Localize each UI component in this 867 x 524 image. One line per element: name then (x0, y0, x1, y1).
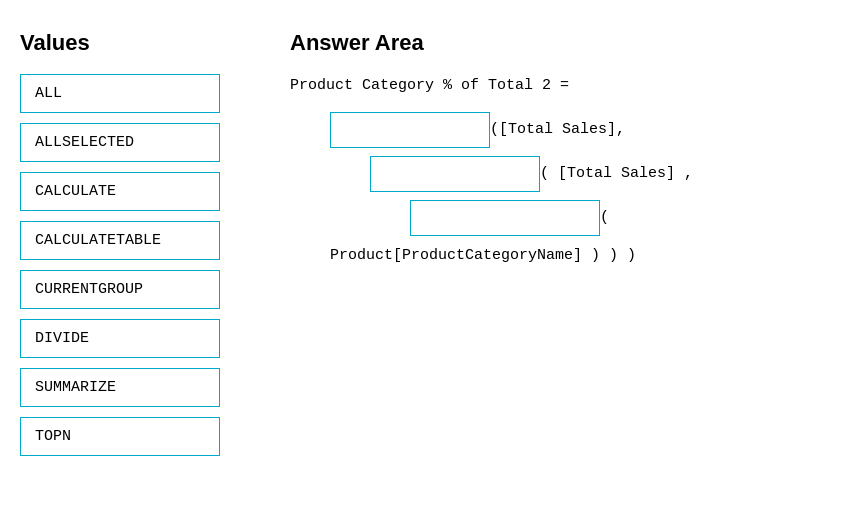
formula-line-1: Product Category % of Total 2 = (290, 74, 847, 98)
values-header: Values (20, 30, 250, 56)
value-item-divide[interactable]: DIVIDE (20, 319, 220, 358)
formula-area: Product Category % of Total 2 = ([Total … (290, 74, 847, 268)
drop-box-1[interactable] (330, 112, 490, 148)
drop-box-3[interactable] (410, 200, 600, 236)
value-item-currentgroup[interactable]: CURRENTGROUP (20, 270, 220, 309)
values-column: Values ALL ALLSELECTED CALCULATE CALCULA… (20, 20, 250, 504)
formula-suffix-1: ([Total Sales], (490, 118, 625, 142)
answer-header: Answer Area (290, 30, 847, 56)
formula-suffix-2: ( [Total Sales] , (540, 162, 693, 186)
value-item-summarize[interactable]: SUMMARIZE (20, 368, 220, 407)
answer-column: Answer Area Product Category % of Total … (250, 20, 847, 504)
formula-line-4: ( (410, 200, 847, 236)
formula-suffix-3: ( (600, 206, 609, 230)
drop-box-2[interactable] (370, 156, 540, 192)
value-item-calculatetable[interactable]: CALCULATETABLE (20, 221, 220, 260)
value-item-allselected[interactable]: ALLSELECTED (20, 123, 220, 162)
value-item-calculate[interactable]: CALCULATE (20, 172, 220, 211)
formula-line-2: ([Total Sales], (330, 112, 847, 148)
formula-line-3: ( [Total Sales] , (370, 156, 847, 192)
formula-line-5: Product[ProductCategoryName] ) ) ) (330, 244, 847, 268)
value-item-all[interactable]: ALL (20, 74, 220, 113)
formula-text-1: Product Category % of Total 2 = (290, 74, 569, 98)
value-item-topn[interactable]: TOPN (20, 417, 220, 456)
formula-text-5: Product[ProductCategoryName] ) ) ) (330, 244, 636, 268)
